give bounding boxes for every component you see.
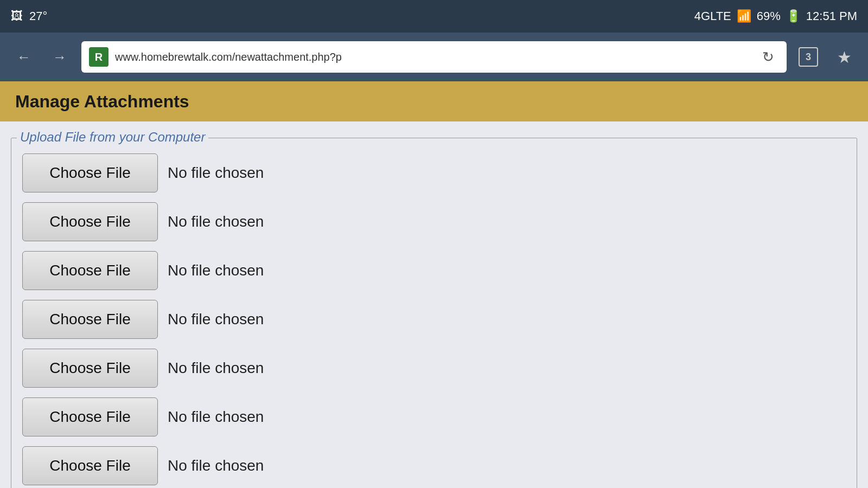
site-icon: R	[89, 47, 108, 67]
file-row-6: Choose File No file chosen	[22, 397, 846, 436]
file-row-7: Choose File No file chosen	[22, 446, 846, 485]
signal-label: 4GLTE	[694, 9, 731, 23]
choose-file-button-7[interactable]: Choose File	[22, 446, 158, 485]
no-file-label-3: No file chosen	[168, 262, 264, 279]
choose-file-button-3[interactable]: Choose File	[22, 251, 158, 290]
no-file-label-7: No file chosen	[168, 457, 264, 474]
reload-button[interactable]: ↻	[757, 46, 779, 68]
signal-bars-icon: 📶	[737, 9, 751, 23]
choose-file-button-5[interactable]: Choose File	[22, 349, 158, 388]
choose-file-button-2[interactable]: Choose File	[22, 202, 158, 241]
no-file-label-5: No file chosen	[168, 359, 264, 377]
status-bar-right: 4GLTE 📶 69% 🔋 12:51 PM	[694, 9, 857, 23]
choose-file-button-1[interactable]: Choose File	[22, 153, 158, 192]
battery-percent: 69%	[757, 9, 781, 23]
temperature: 27°	[29, 9, 47, 23]
time-display: 12:51 PM	[806, 9, 857, 23]
screenshot-icon: 🖼	[11, 9, 23, 23]
url-text: www.homebrewtalk.com/newattachment.php?p	[115, 51, 751, 63]
page-title: Manage Attachments	[15, 92, 189, 112]
choose-file-button-6[interactable]: Choose File	[22, 397, 158, 436]
back-button[interactable]: ←	[10, 43, 38, 71]
no-file-label-1: No file chosen	[168, 164, 264, 182]
file-row-2: Choose File No file chosen	[22, 202, 846, 241]
file-row-5: Choose File No file chosen	[22, 349, 846, 388]
tabs-button[interactable]: 3	[794, 43, 822, 71]
browser-chrome: ← → R www.homebrewtalk.com/newattachment…	[0, 33, 868, 81]
forward-button[interactable]: →	[46, 43, 74, 71]
no-file-label-6: No file chosen	[168, 408, 264, 426]
file-row-1: Choose File No file chosen	[22, 153, 846, 192]
choose-file-button-4[interactable]: Choose File	[22, 300, 158, 339]
bookmark-button[interactable]: ★	[830, 43, 858, 71]
file-row-3: Choose File No file chosen	[22, 251, 846, 290]
status-bar: 🖼 27° 4GLTE 📶 69% 🔋 12:51 PM	[0, 0, 868, 33]
no-file-label-2: No file chosen	[168, 213, 264, 230]
file-row-4: Choose File No file chosen	[22, 300, 846, 339]
page-content: Upload File from your Computer Choose Fi…	[0, 121, 868, 488]
upload-section: Upload File from your Computer Choose Fi…	[11, 138, 857, 488]
status-bar-left: 🖼 27°	[11, 9, 47, 23]
address-bar[interactable]: R www.homebrewtalk.com/newattachment.php…	[81, 41, 787, 73]
upload-legend: Upload File from your Computer	[17, 130, 208, 145]
page-header: Manage Attachments	[0, 81, 868, 121]
tabs-count-badge: 3	[799, 47, 818, 67]
battery-icon: 🔋	[786, 9, 801, 23]
no-file-label-4: No file chosen	[168, 311, 264, 328]
